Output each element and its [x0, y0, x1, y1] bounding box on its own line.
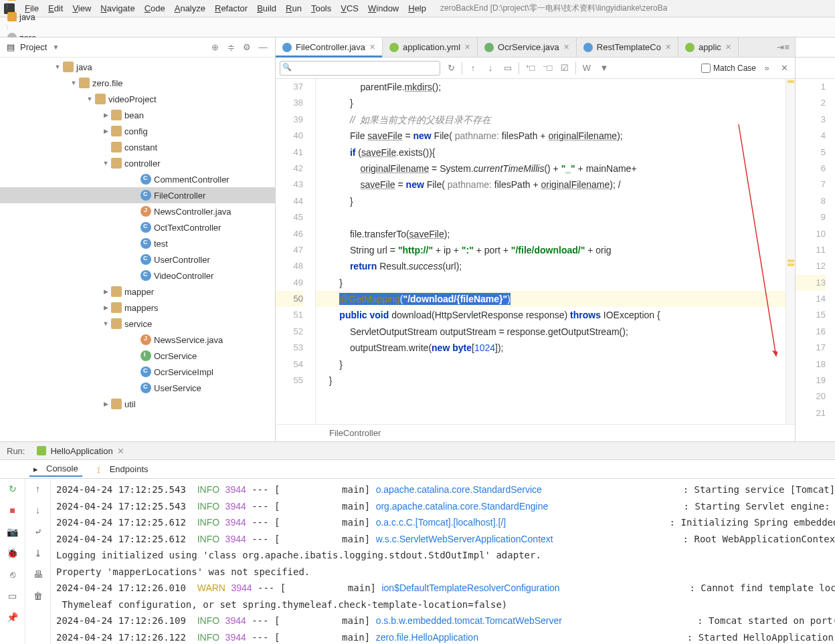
tree-node[interactable]: ▼zero.file — [0, 75, 275, 91]
dump-icon[interactable]: 📷 — [7, 526, 19, 538]
breadcrumb-item[interactable]: main — [5, 0, 82, 1]
tree-node[interactable]: ▶bean — [0, 107, 275, 123]
tabs-overflow-icon[interactable]: ⇥≡ — [771, 37, 795, 57]
tree-node[interactable]: ▼controller — [0, 155, 275, 171]
hide-icon[interactable]: — — [258, 42, 268, 53]
menu-help[interactable]: Help — [403, 2, 431, 15]
stop-icon[interactable]: ■ — [7, 504, 19, 516]
line-gutter[interactable]: 37383940414243444546474849505152535455 — [276, 79, 316, 424]
tree-toggle-icon[interactable]: ▼ — [100, 160, 111, 167]
select-all-icon[interactable]: ▭ — [501, 62, 515, 75]
menu-build[interactable]: Build — [252, 2, 281, 15]
debug-icon[interactable]: 🐞 — [7, 547, 19, 559]
editor-tab[interactable]: application.yml✕ — [383, 37, 478, 57]
filter-icon[interactable]: ▼ — [597, 62, 611, 75]
project-select-icon[interactable]: ▤ — [7, 42, 15, 52]
code-editor[interactable]: parentFile.mkdirs(); } // 如果当前文件的父级目录不存在… — [316, 79, 785, 424]
editor-tab[interactable]: FileController.java✕ — [276, 37, 383, 57]
down-icon[interactable]: ↓ — [32, 504, 44, 516]
rerun-icon[interactable]: ↻ — [7, 483, 19, 495]
match-case-checkbox[interactable]: Match Case — [701, 64, 756, 73]
menu-run[interactable]: Run — [281, 2, 306, 15]
tree-toggle-icon[interactable]: ▼ — [52, 64, 63, 70]
endpoints-tab[interactable]: ⟟Endpoints — [93, 462, 153, 476]
tree-toggle-icon[interactable]: ▼ — [100, 320, 111, 327]
menu-navigate[interactable]: Navigate — [96, 2, 139, 15]
tree-toggle-icon[interactable]: ▼ — [84, 96, 95, 102]
tree-node[interactable]: ▼java — [0, 59, 275, 75]
clear-icon[interactable]: 🗑 — [32, 590, 44, 602]
remove-selection-icon[interactable]: ⁻□ — [541, 62, 554, 75]
tree-node[interactable]: constant — [0, 139, 275, 155]
tree-node[interactable]: ▶util — [0, 396, 275, 412]
close-icon[interactable]: ✕ — [117, 446, 124, 456]
tree-toggle-icon[interactable]: ▶ — [100, 128, 111, 134]
expand-icon[interactable]: ≑ — [225, 42, 236, 53]
tree-node[interactable]: test — [0, 235, 275, 251]
locate-icon[interactable]: ⊕ — [209, 42, 220, 53]
tree-toggle-icon[interactable]: ▶ — [100, 288, 111, 295]
tree-node[interactable]: CommentController — [0, 171, 275, 187]
tree-toggle-icon[interactable]: ▶ — [100, 401, 111, 407]
tree-label: util — [124, 399, 136, 409]
tree-node[interactable]: ▶mappers — [0, 300, 275, 316]
next-match-icon[interactable]: ↓ — [484, 62, 497, 75]
tree-toggle-icon[interactable]: ▶ — [100, 304, 111, 311]
menu-code[interactable]: Code — [140, 2, 170, 15]
tree-node[interactable]: VideoController — [0, 267, 275, 284]
toggle-all-icon[interactable]: ☑ — [558, 62, 571, 75]
tree-node[interactable]: NewsService.java — [0, 332, 275, 348]
tree-node[interactable]: ▼service — [0, 316, 275, 332]
close-tab-icon[interactable]: ✕ — [665, 43, 671, 51]
prev-match-icon[interactable]: ↑ — [466, 62, 480, 75]
breadcrumb-item[interactable]: java — [5, 12, 82, 22]
menu-analyze[interactable]: Analyze — [170, 2, 210, 15]
tree-node[interactable]: OcrServiceImpl — [0, 364, 275, 380]
tree-node[interactable]: NewsController.java — [0, 203, 275, 219]
console-tab[interactable]: ▸Console — [29, 461, 82, 477]
tree-node[interactable]: ▶mapper — [0, 284, 275, 300]
run-config-tab[interactable]: HelloApplication ✕ — [31, 445, 129, 457]
find-input[interactable] — [280, 61, 440, 76]
soft-wrap-icon[interactable]: ⤶ — [32, 526, 44, 538]
close-tab-icon[interactable]: ✕ — [464, 43, 470, 51]
layout-icon[interactable]: ▭ — [7, 590, 19, 602]
find-history-icon[interactable]: ↻ — [444, 62, 458, 75]
project-tree[interactable]: ▼java▼zero.file▼videoProject▶bean▶config… — [0, 58, 275, 441]
menu-tools[interactable]: Tools — [306, 2, 336, 15]
tree-toggle-icon[interactable]: ▶ — [100, 112, 111, 118]
chevron-down-icon[interactable]: ▼ — [52, 43, 59, 51]
tree-toggle-icon[interactable]: ▼ — [68, 80, 79, 86]
more-icon[interactable]: » — [760, 62, 773, 75]
close-find-icon[interactable]: ✕ — [777, 62, 791, 75]
editor-breadcrumb[interactable]: FileController — [276, 424, 795, 441]
editor-tab[interactable]: RestTemplateCo✕ — [577, 37, 678, 57]
editor-tab[interactable]: OcrService.java✕ — [478, 37, 577, 57]
close-tab-icon[interactable]: ✕ — [563, 43, 569, 51]
menu-vcs[interactable]: VCS — [336, 2, 363, 15]
close-tab-icon[interactable]: ✕ — [369, 43, 375, 51]
error-stripe[interactable] — [785, 79, 795, 424]
tree-node[interactable]: ▶config — [0, 123, 275, 139]
tree-node[interactable]: OcrService — [0, 348, 275, 364]
add-selection-icon[interactable]: ⁺□ — [523, 62, 537, 75]
settings-icon[interactable]: ⚙ — [242, 42, 252, 53]
tree-node[interactable]: UserController — [0, 251, 275, 267]
words-icon[interactable]: W — [580, 62, 593, 75]
tree-node[interactable]: FileController — [0, 187, 275, 203]
pin-icon[interactable]: 📌 — [7, 611, 19, 623]
menu-refactor[interactable]: Refactor — [210, 2, 252, 15]
fold-icon — [111, 318, 122, 329]
editor-tab[interactable]: applic✕ — [678, 37, 739, 57]
tree-node[interactable]: UserService — [0, 380, 275, 396]
menu-window[interactable]: Window — [363, 2, 403, 15]
close-tab-icon[interactable]: ✕ — [725, 43, 731, 51]
tree-node[interactable]: ▼videoProject — [0, 91, 275, 107]
exit-icon[interactable]: ⎋ — [7, 568, 19, 580]
print-icon[interactable]: 🖶 — [32, 568, 44, 580]
scroll-end-icon[interactable]: ⤓ — [32, 547, 44, 559]
console-output[interactable]: 2024-04-24 17:12:25.543 INFO 3944 --- [ … — [51, 479, 835, 644]
project-panel-title[interactable]: Project — [20, 42, 47, 52]
tree-node[interactable]: OctTextController — [0, 219, 275, 235]
up-icon[interactable]: ↑ — [32, 483, 44, 495]
